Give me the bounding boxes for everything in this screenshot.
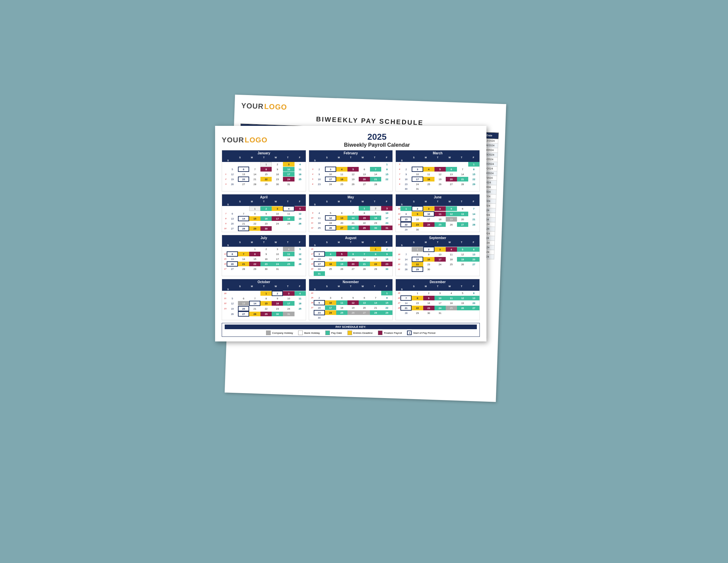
day-cell: 22 <box>260 306 272 311</box>
legend-label-finalize-payroll: Finalize Payroll <box>384 332 402 335</box>
day-cell: 9 <box>272 296 283 301</box>
legend-box-green <box>325 331 330 335</box>
day-cell <box>412 162 423 166</box>
front-title-block: 2025 Biweekly Payroll Calendar <box>274 132 480 148</box>
day-cell: 8 <box>370 252 381 256</box>
day-label: M <box>246 285 258 288</box>
day-cell: 1 <box>260 162 272 166</box>
day-cell: 28 <box>347 225 359 230</box>
day-cell: 11 <box>446 252 457 257</box>
day-label: S <box>234 156 246 159</box>
day-cell: 19 <box>227 306 238 311</box>
day-cell <box>434 227 446 232</box>
day-cell: 27 <box>468 262 479 266</box>
day-cell <box>434 186 446 191</box>
day-cell: 28 <box>468 222 479 227</box>
week-row: 2319202122232425 <box>222 306 306 311</box>
day-cell <box>468 186 479 191</box>
day-cell: 15 <box>400 216 412 222</box>
day-cell: 24 <box>283 306 294 311</box>
day-cell: 10 <box>325 172 336 176</box>
day-cell: 25 <box>314 225 325 230</box>
day-cell: 21 <box>370 177 381 181</box>
week-number: 20 <box>396 263 400 265</box>
week-number: 12 <box>396 208 400 210</box>
day-cell <box>370 291 381 296</box>
day-labels-december: SMTWTFS <box>396 285 479 291</box>
day-cell <box>314 206 325 211</box>
day-cell: 15 <box>359 215 370 220</box>
day-cell: 19 <box>227 177 238 181</box>
week-row: 219202122232425 <box>222 176 306 182</box>
day-cell <box>272 226 283 231</box>
day-cell: 9 <box>370 211 381 215</box>
day-cell: 18 <box>314 220 325 225</box>
day-cell: 27 <box>336 225 347 230</box>
day-cell: 23 <box>260 261 272 266</box>
day-cell: 3 <box>325 296 336 300</box>
day-cell: 31 <box>272 266 283 271</box>
day-cell: 15 <box>260 172 272 176</box>
day-cell: 7 <box>400 296 412 301</box>
day-label: T <box>282 285 294 288</box>
legend-entries-deadline: Entries Deadline <box>347 331 373 335</box>
day-cell: 1 <box>468 162 479 166</box>
day-cell: 10 <box>434 252 446 257</box>
week-number: 7 <box>222 212 227 214</box>
day-cell: 21 <box>347 220 359 225</box>
day-cell: 12 <box>325 215 336 220</box>
week-number: 9 <box>222 222 227 224</box>
week-number: 3 <box>309 168 314 170</box>
day-label: F <box>381 241 392 244</box>
day-cell <box>446 311 457 315</box>
day-label: S <box>396 288 408 291</box>
week-number: 13 <box>396 213 400 215</box>
day-cell <box>336 206 347 211</box>
day-label: F <box>468 241 479 244</box>
day-labels-october: SMTWTFS <box>222 285 306 291</box>
day-cell: 21 <box>468 217 479 221</box>
day-cell: 9 <box>412 211 423 216</box>
month-june: JuneSMTWTFS12123456713891011121314141516… <box>395 194 480 232</box>
day-cell: 9 <box>400 172 412 176</box>
day-cell: 17 <box>434 257 446 261</box>
day-cell: 15 <box>381 301 392 305</box>
week-number: 8 <box>396 178 400 180</box>
calendars-grid: JanuarySMTWTFS12345678910111121314151617… <box>222 150 480 320</box>
day-cell: 7 <box>249 296 260 301</box>
day-cell: 17 <box>434 301 446 305</box>
day-cell: 21 <box>249 177 260 181</box>
week-row: 21282930 <box>396 266 479 272</box>
day-label: T <box>369 156 381 159</box>
day-cell: 23 <box>412 222 423 227</box>
day-cell: 21 <box>249 306 260 311</box>
day-cell <box>347 162 359 166</box>
day-cell: 30 <box>260 266 272 271</box>
day-cell: 10 <box>412 172 423 176</box>
day-cell: 9 <box>260 211 272 216</box>
day-label: S <box>321 200 333 203</box>
week-row: 172728293031 <box>222 266 306 271</box>
day-label: M <box>246 156 258 159</box>
day-cell: 15 <box>412 257 423 262</box>
day-label: M <box>333 241 345 244</box>
day-cell: 5 <box>457 247 468 252</box>
day-cell: 18 <box>295 301 306 306</box>
day-cell: 3 <box>272 247 283 251</box>
day-labels-may: SMTWTFS <box>309 200 393 206</box>
day-cell: 1 <box>359 206 370 211</box>
day-cell: 28 <box>249 312 260 316</box>
day-cell: 7 <box>457 167 468 171</box>
day-cell: 22 <box>381 305 392 310</box>
day-cell: 2 <box>272 291 283 296</box>
front-document: YOUR LOGO 2025 Biweekly Payroll Calendar… <box>215 126 486 342</box>
week-row: 813141516171819 <box>222 216 306 221</box>
day-cell: 26 <box>457 306 468 310</box>
month-july: JulySMTWTFS12345146789101112151314151617… <box>222 235 306 276</box>
day-cell: 31 <box>283 312 294 316</box>
day-cell: 17 <box>314 261 325 266</box>
front-logo-logo: LOGO <box>245 136 268 144</box>
day-cell: 5 <box>295 206 306 211</box>
day-cell: 14 <box>370 301 381 305</box>
day-cell: 30 <box>272 312 283 316</box>
